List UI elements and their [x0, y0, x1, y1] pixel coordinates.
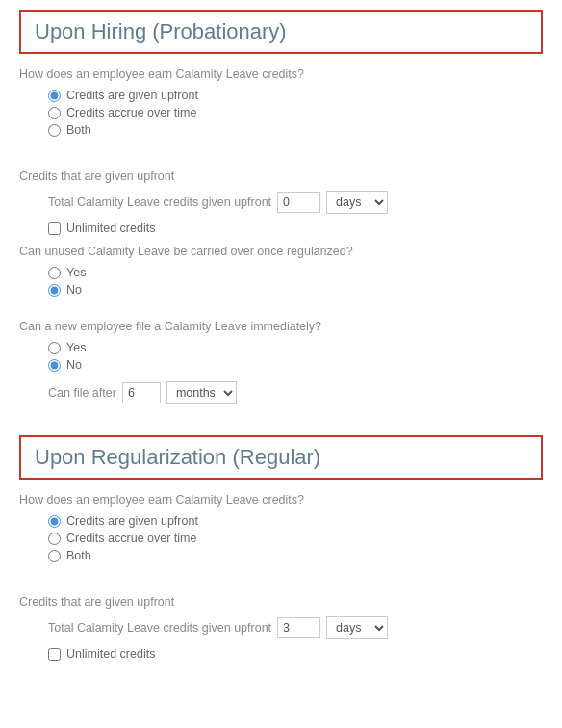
- can-file-after-label-probationary: Can file after: [48, 386, 116, 400]
- earn-option-upfront-probationary[interactable]: Credits are given upfront: [48, 89, 543, 102]
- total-credits-label-regular: Total Calamity Leave credits given upfro…: [48, 621, 271, 635]
- total-credits-unit-regular[interactable]: days hours: [326, 616, 388, 639]
- earn-question-regular: How does an employee earn Calamity Leave…: [19, 493, 543, 507]
- can-file-after-input-probationary[interactable]: [122, 382, 161, 403]
- can-file-after-row-probationary: Can file after months days: [48, 381, 543, 404]
- total-credits-label-probationary: Total Calamity Leave credits given upfro…: [48, 195, 271, 209]
- file-radio-group-probationary: Yes No: [48, 341, 543, 372]
- can-file-after-unit-probationary[interactable]: months days: [166, 381, 237, 404]
- earn-question-probationary: How does an employee earn Calamity Leave…: [19, 67, 543, 81]
- probationary-section: Upon Hiring (Probationary) How does an e…: [19, 10, 543, 404]
- carryover-radio-group-probationary: Yes No: [48, 266, 543, 297]
- unlimited-credits-probationary[interactable]: Unlimited credits: [48, 221, 543, 235]
- file-immediately-question-probationary: Can a new employee file a Calamity Leave…: [19, 320, 543, 333]
- carryover-yes-probationary[interactable]: Yes: [48, 266, 543, 279]
- total-credits-row-regular: Total Calamity Leave credits given upfro…: [48, 616, 543, 639]
- regular-section: Upon Regularization (Regular) How does a…: [19, 435, 543, 661]
- total-credits-unit-probationary[interactable]: days hours: [326, 191, 388, 214]
- earn-radio-group-probationary: Credits are given upfront Credits accrue…: [48, 89, 543, 137]
- earn-option-upfront-regular[interactable]: Credits are given upfront: [48, 514, 543, 528]
- upfront-subsection-title-probationary: Credits that are given upfront: [19, 169, 543, 183]
- carryover-question-probationary: Can unused Calamity Leave be carried ove…: [19, 245, 543, 258]
- earn-radio-group-regular: Credits are given upfront Credits accrue…: [48, 514, 543, 562]
- earn-option-accrue-regular[interactable]: Credits accrue over time: [48, 532, 543, 545]
- total-credits-row-probationary: Total Calamity Leave credits given upfro…: [48, 191, 543, 214]
- probationary-title: Upon Hiring (Probationary): [19, 10, 543, 54]
- total-credits-input-regular[interactable]: [277, 617, 320, 638]
- total-credits-input-probationary[interactable]: [277, 192, 320, 213]
- file-no-probationary[interactable]: No: [48, 358, 543, 372]
- earn-option-both-regular[interactable]: Both: [48, 549, 543, 562]
- upfront-subsection-title-regular: Credits that are given upfront: [19, 595, 543, 609]
- upfront-subsection-probationary: Credits that are given upfront Total Cal…: [19, 169, 543, 235]
- upfront-subsection-regular: Credits that are given upfront Total Cal…: [19, 595, 543, 661]
- unlimited-credits-label-probationary: Unlimited credits: [66, 221, 155, 235]
- earn-option-accrue-probationary[interactable]: Credits accrue over time: [48, 106, 543, 119]
- regular-title: Upon Regularization (Regular): [19, 435, 543, 480]
- unlimited-credits-label-regular: Unlimited credits: [66, 647, 155, 661]
- unlimited-credits-regular[interactable]: Unlimited credits: [48, 647, 543, 661]
- carryover-no-probationary[interactable]: No: [48, 283, 543, 297]
- file-yes-probationary[interactable]: Yes: [48, 341, 543, 354]
- earn-option-both-probationary[interactable]: Both: [48, 123, 543, 137]
